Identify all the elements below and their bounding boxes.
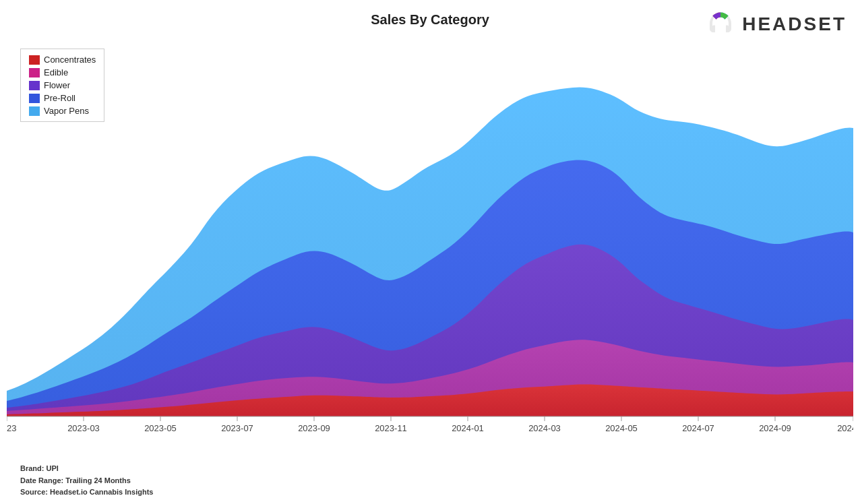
footer-info: Brand: UPI Date Range: Trailing 24 Month… [20,463,153,499]
vaporpens-label: Vapor Pens [44,106,89,116]
footer-source: Source: Headset.io Cannabis Insights [20,486,153,499]
chart-legend: Concentrates Edible Flower Pre-Roll Vapo… [20,49,104,122]
logo-text: HEADSET [742,13,847,35]
x-label-1: 2023-03 [67,423,100,433]
edible-swatch [29,68,40,77]
x-label-6: 2024-01 [452,423,484,433]
x-label-2: 2023-05 [144,423,177,433]
source-label: Source: [20,488,48,496]
date-range-label: Date Range: [20,476,63,484]
brand-value: UPI [47,464,59,472]
logo-area: HEADSET [704,8,847,40]
flower-label: Flower [44,80,70,90]
concentrates-swatch [29,55,40,65]
x-label-11: 2024-11 [837,423,853,433]
source-value: Headset.io Cannabis Insights [50,488,153,496]
legend-item-edible: Edible [29,67,96,77]
x-label-5: 2023-11 [375,423,407,433]
x-axis-ticks [7,416,853,421]
vaporpens-swatch [29,106,40,116]
x-label-4: 2023-09 [298,423,330,433]
x-label-7: 2024-03 [528,423,561,433]
legend-item-flower: Flower [29,80,96,90]
flower-swatch [29,81,40,90]
x-label-0: 2023 [7,423,16,433]
x-label-9: 2024-07 [682,423,714,433]
concentrates-label: Concentrates [44,55,96,65]
x-label-3: 2023-07 [221,423,253,433]
x-label-8: 2024-05 [605,423,638,433]
date-range-value: Trailing 24 Months [65,476,131,484]
page-container: HEADSET Sales By Category Concentrates E… [0,0,860,504]
brand-label: Brand: [20,464,44,472]
chart-area: 2023 2023-03 2023-05 2023-07 2023-09 202… [7,40,853,450]
preroll-swatch [29,94,40,103]
legend-item-vaporpens: Vapor Pens [29,106,96,116]
footer-date-range: Date Range: Trailing 24 Months [20,475,153,487]
legend-item-preroll: Pre-Roll [29,93,96,103]
headset-logo-icon [704,8,737,40]
legend-item-concentrates: Concentrates [29,55,96,65]
footer-brand: Brand: UPI [20,463,153,475]
preroll-label: Pre-Roll [44,93,75,103]
edible-label: Edible [44,67,68,77]
x-label-10: 2024-09 [759,423,791,433]
stacked-area-chart: 2023 2023-03 2023-05 2023-07 2023-09 202… [7,40,853,450]
x-axis-labels: 2023 2023-03 2023-05 2023-07 2023-09 202… [7,423,853,433]
